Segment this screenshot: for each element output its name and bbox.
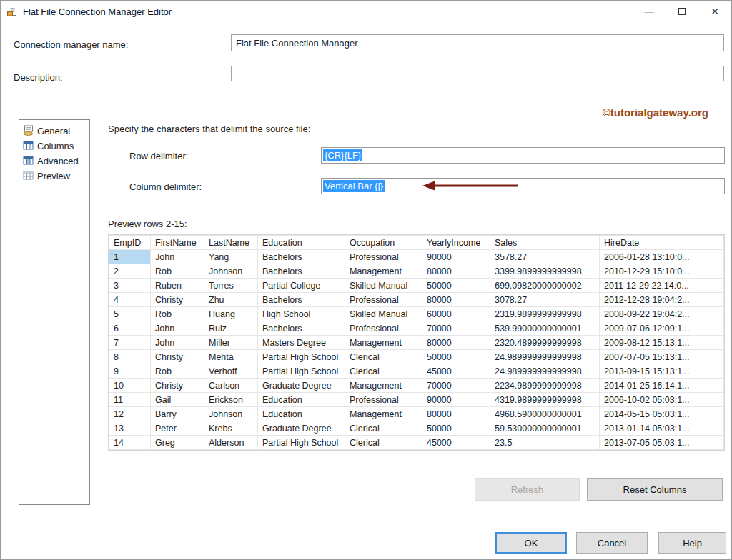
table-cell[interactable]: 2009-07-06 12:09:1... xyxy=(600,321,724,336)
table-cell[interactable]: 3078.27 xyxy=(490,293,600,307)
table-cell[interactable]: Christy xyxy=(151,350,204,364)
table-cell[interactable]: 2013-01-14 05:03:1... xyxy=(600,421,724,436)
table-cell[interactable]: Professional xyxy=(345,293,422,307)
table-cell[interactable]: 59.530000000000001 xyxy=(490,421,600,436)
table-cell[interactable]: 45000 xyxy=(422,364,490,379)
column-header-education[interactable]: Education xyxy=(258,236,345,250)
table-cell[interactable]: Zhu xyxy=(204,293,258,307)
table-cell[interactable]: Bachelors xyxy=(258,293,345,307)
table-cell[interactable]: Rob xyxy=(151,364,204,379)
sidebar-item-preview[interactable]: Preview xyxy=(19,169,89,184)
table-cell[interactable]: 2234.9899999999998 xyxy=(490,379,600,393)
table-cell[interactable]: 2011-12-29 22:14:0... xyxy=(600,279,724,293)
column-header-lastname[interactable]: LastName xyxy=(204,236,258,250)
table-cell[interactable]: Greg xyxy=(151,436,204,450)
table-cell[interactable]: 2012-12-28 19:04:2... xyxy=(600,293,724,307)
table-cell[interactable]: Rob xyxy=(151,264,204,279)
table-cell[interactable]: Partial College xyxy=(258,279,345,293)
table-cell[interactable]: 699.09820000000002 xyxy=(490,279,600,293)
table-cell[interactable]: 2014-01-25 16:14:1... xyxy=(600,379,724,393)
table-cell[interactable]: 9 xyxy=(109,364,151,379)
table-cell[interactable]: 539.99000000000001 xyxy=(490,321,600,336)
table-cell[interactable]: 13 xyxy=(109,421,151,436)
table-cell[interactable]: Bachelors xyxy=(258,250,345,264)
table-cell[interactable]: Clerical xyxy=(345,436,422,450)
table-cell[interactable]: 10 xyxy=(109,379,151,393)
table-cell[interactable]: Bachelors xyxy=(258,264,345,279)
table-cell[interactable]: Verhoff xyxy=(204,364,258,379)
row-delimiter-input[interactable]: {CR}{LF} xyxy=(321,147,725,164)
close-button[interactable]: ✕ xyxy=(698,1,731,22)
table-cell[interactable]: 24.989999999999998 xyxy=(490,364,600,379)
table-cell[interactable]: Bachelors xyxy=(258,321,345,336)
table-cell[interactable]: 4968.5900000000001 xyxy=(490,407,600,421)
table-cell[interactable]: Professional xyxy=(345,250,422,264)
table-cell[interactable]: 80000 xyxy=(422,293,490,307)
table-cell[interactable]: 90000 xyxy=(422,393,490,407)
table-cell[interactable]: 2320.4899999999998 xyxy=(490,336,600,350)
table-cell[interactable]: 2008-09-22 19:04:2... xyxy=(600,307,724,321)
table-cell[interactable]: John xyxy=(151,250,204,264)
table-cell[interactable]: 4 xyxy=(109,293,151,307)
table-cell[interactable]: Erickson xyxy=(204,393,258,407)
table-cell[interactable]: Carlson xyxy=(204,379,258,393)
table-cell[interactable]: 2009-08-12 15:13:1... xyxy=(600,336,724,350)
table-cell[interactable]: John xyxy=(151,321,204,336)
table-cell[interactable]: 23.5 xyxy=(490,436,600,450)
table-cell[interactable]: 70000 xyxy=(422,321,490,336)
table-cell[interactable]: Graduate Degree xyxy=(258,421,345,436)
table-cell[interactable]: Education xyxy=(258,407,345,421)
table-cell[interactable]: 2010-12-29 15:10:0... xyxy=(600,264,724,279)
table-cell[interactable]: 8 xyxy=(109,350,151,364)
table-cell[interactable]: Skilled Manual xyxy=(345,307,422,321)
table-cell[interactable]: 2319.9899999999998 xyxy=(490,307,600,321)
table-cell[interactable]: 50000 xyxy=(422,350,490,364)
table-cell[interactable]: 2007-07-05 15:13:1... xyxy=(600,350,724,364)
table-cell[interactable]: Johnson xyxy=(204,407,258,421)
table-cell[interactable]: 2013-09-15 15:13:1... xyxy=(600,364,724,379)
column-delimiter-input[interactable]: Vertical Bar {|} xyxy=(321,178,725,194)
minimize-button[interactable]: — xyxy=(633,1,666,22)
table-cell[interactable]: 2 xyxy=(109,264,151,279)
table-cell[interactable]: Masters Degree xyxy=(258,336,345,350)
column-header-empid[interactable]: EmpID xyxy=(109,236,151,250)
table-cell[interactable]: High School xyxy=(258,307,345,321)
table-cell[interactable]: Skilled Manual xyxy=(345,279,422,293)
reset-columns-button[interactable]: Reset Columns xyxy=(587,478,723,501)
table-cell[interactable]: Johnson xyxy=(204,264,258,279)
table-cell[interactable]: Clerical xyxy=(345,421,422,436)
maximize-button[interactable] xyxy=(666,1,698,22)
table-cell[interactable]: Peter xyxy=(151,421,204,436)
table-cell[interactable]: 14 xyxy=(109,436,151,450)
table-cell[interactable]: Huang xyxy=(204,307,258,321)
table-cell[interactable]: 50000 xyxy=(422,421,490,436)
table-cell[interactable]: Rob xyxy=(151,307,204,321)
cancel-button[interactable]: Cancel xyxy=(576,532,648,554)
table-cell[interactable]: Mehta xyxy=(204,350,258,364)
table-cell[interactable]: 70000 xyxy=(422,379,490,393)
table-cell[interactable]: Clerical xyxy=(345,364,422,379)
table-cell[interactable]: 12 xyxy=(109,407,151,421)
table-cell[interactable]: Professional xyxy=(345,321,422,336)
table-cell[interactable]: Alderson xyxy=(204,436,258,450)
table-cell[interactable]: Partial High School xyxy=(258,436,345,450)
table-cell[interactable]: 5 xyxy=(109,307,151,321)
table-cell[interactable]: Management xyxy=(345,379,422,393)
table-cell[interactable]: Miller xyxy=(204,336,258,350)
table-cell[interactable]: 3399.9899999999998 xyxy=(490,264,600,279)
description-input[interactable] xyxy=(231,66,724,81)
table-cell[interactable]: Ruben xyxy=(151,279,204,293)
column-header-yearlyincome[interactable]: YearlyIncome xyxy=(422,236,490,250)
table-cell[interactable]: Christy xyxy=(151,379,204,393)
table-cell[interactable]: Professional xyxy=(345,393,422,407)
table-cell[interactable]: 2014-05-15 05:03:1... xyxy=(600,407,724,421)
table-cell[interactable]: Gail xyxy=(151,393,204,407)
table-cell[interactable]: John xyxy=(151,336,204,350)
table-cell[interactable]: Management xyxy=(345,264,422,279)
table-cell[interactable]: 1 xyxy=(109,250,151,264)
table-cell[interactable]: Management xyxy=(345,336,422,350)
table-cell[interactable]: 6 xyxy=(109,321,151,336)
sidebar-item-columns[interactable]: Columns xyxy=(19,139,89,154)
connection-manager-name-input[interactable] xyxy=(231,34,724,51)
table-cell[interactable]: Graduate Degree xyxy=(258,379,345,393)
